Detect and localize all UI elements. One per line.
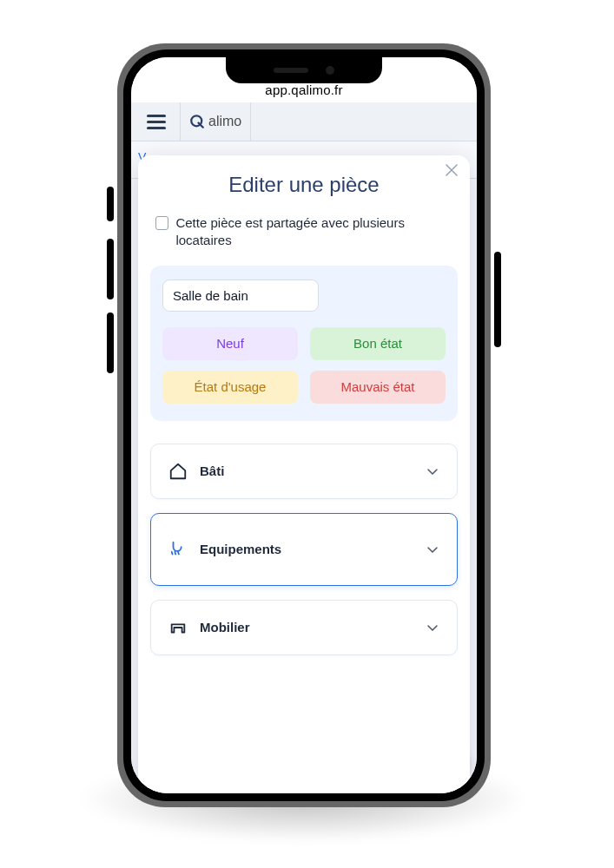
qalimo-logo-icon — [189, 114, 205, 129]
accordion-mobilier[interactable]: Mobilier — [150, 600, 458, 655]
accordion-label: Bâti — [200, 464, 413, 478]
accordion-bati[interactable]: Bâti — [150, 444, 458, 499]
app-header: alimo — [131, 102, 477, 141]
close-icon — [446, 164, 458, 176]
state-mauvais-etat-button[interactable]: Mauvais état — [310, 371, 446, 404]
accordion-label: Equipements — [200, 542, 413, 556]
furniture-icon — [168, 618, 188, 637]
accordion-label: Mobilier — [200, 620, 413, 635]
state-bon-etat-button[interactable]: Bon état — [310, 327, 446, 360]
shared-room-checkbox[interactable] — [155, 216, 168, 230]
chevron-down-icon — [426, 621, 439, 635]
edit-room-modal: Editer une pièce Cette pièce est partagé… — [138, 155, 470, 793]
close-button[interactable] — [446, 164, 458, 180]
hamburger-menu-icon[interactable] — [140, 109, 173, 135]
accordion-equipements[interactable]: Equipements — [150, 513, 458, 586]
shared-room-checkbox-row[interactable]: Cette pièce est partagée avec plusieurs … — [155, 214, 452, 250]
brand-name: alimo — [208, 114, 241, 129]
room-state-panel: Neuf Bon état État d'usage Mauvais état — [150, 266, 458, 421]
chevron-down-icon — [426, 542, 439, 556]
house-icon — [168, 462, 188, 481]
shower-icon — [168, 540, 188, 559]
modal-title: Editer une pièce — [150, 173, 458, 197]
brand-logo-area[interactable]: alimo — [180, 102, 251, 141]
state-etat-usage-button[interactable]: État d'usage — [162, 371, 298, 404]
state-neuf-button[interactable]: Neuf — [162, 327, 298, 360]
browser-url: app.qalimo.fr — [265, 82, 342, 97]
chevron-down-icon — [426, 464, 439, 478]
shared-room-label: Cette pièce est partagée avec plusieurs … — [175, 214, 452, 250]
room-name-input[interactable] — [162, 279, 319, 312]
